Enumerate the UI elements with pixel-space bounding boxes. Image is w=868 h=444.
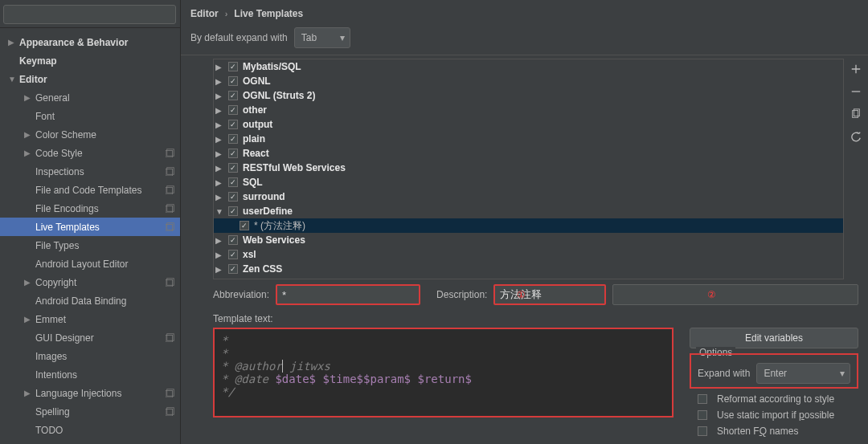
undo-button[interactable] [849, 129, 863, 144]
sidebar-item-inspections[interactable]: Inspections [0, 162, 180, 181]
group-checkbox[interactable] [228, 235, 238, 245]
breadcrumb: Editor › Live Templates [181, 0, 868, 21]
group-plain[interactable]: plain [214, 132, 843, 146]
group-react[interactable]: React [214, 146, 843, 161]
sidebar-item-images[interactable]: Images [0, 347, 180, 365]
group-sql[interactable]: SQL [214, 175, 843, 189]
group-output[interactable]: output [214, 117, 843, 132]
sidebar-item-editor[interactable]: Editor [0, 70, 180, 88]
settings-search-input[interactable] [3, 5, 176, 24]
group-checkbox[interactable] [228, 105, 238, 115]
chevron-icon [215, 92, 225, 100]
description-overflow[interactable] [612, 284, 858, 305]
group-checkbox[interactable] [228, 76, 238, 86]
group-checkbox[interactable] [228, 134, 238, 144]
description-input[interactable] [493, 284, 606, 305]
default-expand-select[interactable]: Tab [294, 27, 350, 48]
group-label: React [243, 148, 269, 159]
project-level-icon [166, 148, 175, 159]
tree-label: Intentions [35, 369, 175, 381]
edit-variables-button[interactable]: Edit variables [690, 328, 858, 348]
chevron-icon [215, 149, 225, 158]
group-checkbox[interactable] [228, 250, 238, 259]
breadcrumb-b: Live Templates [234, 8, 303, 19]
abbr-label: Abbreviation: [213, 289, 269, 300]
add-button[interactable] [849, 62, 863, 76]
group-checkbox[interactable] [228, 120, 238, 129]
sidebar-item-file-and-code-templates[interactable]: File and Code Templates [0, 181, 180, 199]
template-groups-list[interactable]: Mybatis/SQLOGNLOGNL (Struts 2)otheroutpu… [213, 59, 844, 279]
group-checkbox[interactable] [228, 62, 238, 71]
tree-label: Color Scheme [35, 129, 175, 141]
tree-label: Keymap [19, 55, 175, 67]
chevron-icon [215, 251, 225, 259]
sidebar-item-todo[interactable]: TODO [0, 421, 180, 439]
group-web-services[interactable]: Web Services [214, 233, 843, 247]
tree-label: General [35, 92, 175, 104]
sidebar-item-android-layout-editor[interactable]: Android Layout Editor [0, 255, 180, 273]
group-surround[interactable]: surround [214, 189, 843, 204]
sidebar-item-gui-designer[interactable]: GUI Designer [0, 328, 180, 347]
project-level-icon [166, 222, 175, 233]
sidebar-item-language-injections[interactable]: Language Injections [0, 384, 180, 402]
sidebar-item-intentions[interactable]: Intentions [0, 365, 180, 384]
opt-shorten-fq[interactable]: Shorten FQ names [690, 426, 858, 437]
sidebar-item-spelling[interactable]: Spelling [0, 402, 180, 421]
group-checkbox[interactable] [228, 192, 238, 202]
copy-button[interactable] [849, 107, 863, 121]
tree-label: GUI Designer [35, 332, 175, 344]
group-checkbox[interactable] [228, 177, 238, 187]
chevron-icon [24, 130, 32, 139]
tree-label: File and Code Templates [35, 185, 175, 196]
remove-button[interactable] [849, 84, 863, 99]
sidebar-item-code-style[interactable]: Code Style [0, 144, 180, 162]
chevron-icon [8, 75, 16, 84]
sidebar-item-appearance-behavior[interactable]: Appearance & Behavior [0, 33, 180, 51]
template-item[interactable]: * (方法注释) [214, 218, 843, 233]
opt-static-import[interactable]: Use static import if possible [690, 409, 858, 421]
template-text-editor[interactable]: * * * @author jitwxs * @date $date$ $tim… [213, 328, 674, 418]
default-expand-label: By default expand with [190, 32, 288, 43]
tree-label: Code Style [35, 148, 175, 159]
chevron-icon [24, 315, 32, 324]
sidebar-item-general[interactable]: General [0, 88, 180, 107]
group-checkbox[interactable] [228, 206, 238, 216]
sidebar-item-color-scheme[interactable]: Color Scheme [0, 125, 180, 144]
settings-tree[interactable]: Appearance & BehaviorKeymapEditorGeneral… [0, 28, 180, 444]
sidebar-item-live-templates[interactable]: Live Templates [0, 218, 180, 236]
tree-label: File Encodings [35, 203, 175, 214]
abbreviation-input[interactable] [276, 284, 420, 305]
sidebar-item-emmet[interactable]: Emmet [0, 310, 180, 328]
opt-reformat[interactable]: Reformat according to style [690, 393, 858, 405]
group-label: plain [243, 133, 265, 145]
sidebar-item-file-encodings[interactable]: File Encodings [0, 199, 180, 218]
group-restful-web-services[interactable]: RESTful Web Services [214, 161, 843, 175]
tree-label: Appearance & Behavior [19, 37, 175, 48]
project-level-icon [166, 406, 175, 418]
sidebar-item-file-types[interactable]: File Types [0, 236, 180, 255]
project-level-icon [166, 185, 175, 196]
group-checkbox[interactable] [228, 163, 238, 173]
group-checkbox[interactable] [228, 91, 238, 100]
group-other[interactable]: other [214, 103, 843, 117]
group-userdefine[interactable]: userDefine [214, 204, 843, 218]
group-label: SQL [243, 177, 263, 188]
group-ognl[interactable]: OGNL [214, 74, 843, 88]
group-checkbox[interactable] [228, 264, 238, 274]
group-zen-css[interactable]: Zen CSS [214, 262, 843, 276]
group-xsl[interactable]: xsl [214, 247, 843, 262]
sidebar-item-plugins[interactable]: Plugins [0, 439, 180, 444]
chevron-icon [215, 106, 225, 115]
group-checkbox[interactable] [228, 149, 238, 158]
sidebar-item-android-data-binding[interactable]: Android Data Binding [0, 291, 180, 310]
sidebar-item-font[interactable]: Font [0, 107, 180, 125]
chevron-icon [8, 38, 16, 47]
group-mybatis-sql[interactable]: Mybatis/SQL [214, 59, 843, 74]
template-checkbox[interactable] [240, 221, 249, 230]
expand-with-select[interactable]: Enter [756, 363, 850, 384]
tree-label: File Types [35, 240, 175, 251]
sidebar-item-copyright[interactable]: Copyright [0, 273, 180, 291]
sidebar-item-keymap[interactable]: Keymap [0, 51, 180, 70]
tree-label: Copyright [35, 277, 175, 288]
group-ognl-struts-2-[interactable]: OGNL (Struts 2) [214, 88, 843, 103]
